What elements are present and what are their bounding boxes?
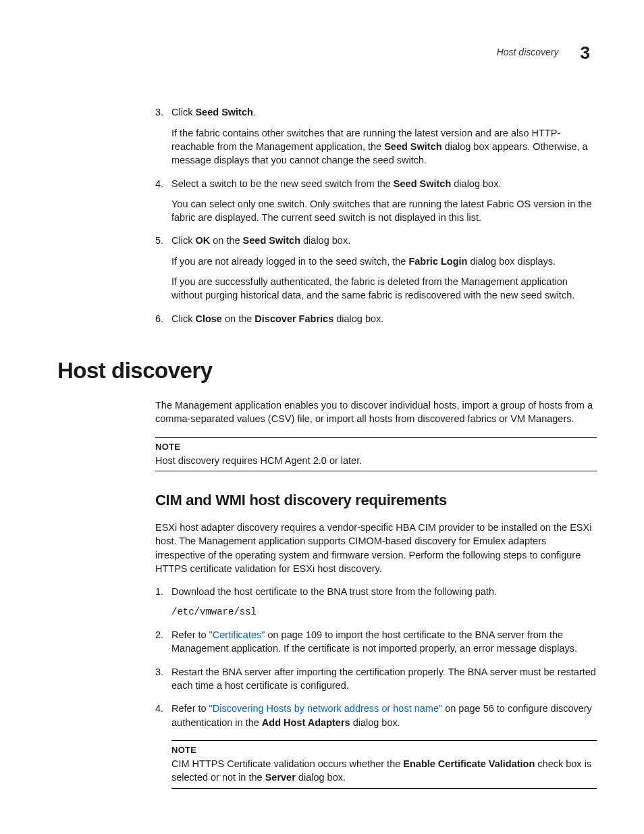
page-header: Host discovery 3 <box>57 41 597 65</box>
text: If you are not already logged in to the … <box>171 256 408 267</box>
cim-step-1: 1. Download the host certificate to the … <box>155 585 597 598</box>
step-text: Refer to "Discovering Hosts by network a… <box>171 702 597 729</box>
note-box-1: NOTE Host discovery requires HCM Agent 2… <box>155 437 597 471</box>
step-number: 6. <box>155 312 171 325</box>
fabric-login-label: Fabric Login <box>408 256 467 267</box>
step-text: Select a switch to be the new seed switc… <box>171 177 597 190</box>
cim-step-2: 2. Refer to "Certificates" on page 109 t… <box>155 628 597 656</box>
text: on the <box>210 235 242 246</box>
text: dialog box. <box>300 235 350 246</box>
cim-step-4: 4. Refer to "Discovering Hosts by networ… <box>155 702 597 729</box>
chapter-number: 3 <box>581 43 590 63</box>
text: Refer to <box>171 703 209 714</box>
seed-switch-label: Seed Switch <box>243 235 300 246</box>
code-path: /etc/vmware/ssl <box>171 606 597 619</box>
step-number: 1. <box>155 585 171 598</box>
step-5: 5. Click OK on the Seed Switch dialog bo… <box>155 234 597 247</box>
server-label: Server <box>265 772 296 783</box>
step-text: Refer to "Certificates" on page 109 to i… <box>171 628 597 656</box>
step-text: Click OK on the Seed Switch dialog box. <box>171 234 597 247</box>
certificates-link[interactable]: "Certificates" <box>209 629 265 640</box>
text: Select a switch to be the new seed switc… <box>171 178 394 189</box>
discover-fabrics-label: Discover Fabrics <box>254 313 333 324</box>
step-3-detail: If the fabric contains other switches th… <box>171 126 597 167</box>
step-number: 4. <box>155 177 171 190</box>
enable-cert-validation-label: Enable Certificate Validation <box>403 758 535 769</box>
note-label: NOTE <box>155 441 597 453</box>
seed-switch-label: Seed Switch <box>384 141 441 152</box>
step-3: 3. Click Seed Switch. <box>155 105 597 119</box>
step-text: Download the host certificate to the BNA… <box>171 585 597 598</box>
cim-intro-paragraph: ESXi host adapter discovery requires a v… <box>155 521 597 575</box>
step-text: Restart the BNA server after importing t… <box>171 665 597 693</box>
text: Click <box>171 107 195 118</box>
step-text: Click Close on the Discover Fabrics dial… <box>171 312 597 325</box>
header-title: Host discovery <box>497 47 559 57</box>
step-text: Click Seed Switch. <box>171 105 597 119</box>
step-5-detail-2: If you are successfully authenticated, t… <box>171 275 597 303</box>
seed-switch-label: Seed Switch <box>195 107 252 118</box>
text: Click <box>171 235 195 246</box>
text: on the <box>222 313 254 324</box>
step-number: 2. <box>155 628 171 656</box>
step-number: 3. <box>155 665 171 693</box>
step-number: 4. <box>155 702 171 729</box>
text: . <box>253 107 256 118</box>
add-host-adapters-label: Add Host Adapters <box>262 717 350 728</box>
note-text: Host discovery requires HCM Agent 2.0 or… <box>155 454 597 467</box>
cim-step-3: 3. Restart the BNA server after importin… <box>155 665 597 693</box>
text: Click <box>171 313 195 324</box>
intro-paragraph: The Management application enables you t… <box>155 398 597 426</box>
text: dialog box displays. <box>467 256 556 267</box>
section-heading-host-discovery: Host discovery <box>57 355 597 386</box>
ok-label: OK <box>195 235 210 246</box>
step-number: 3. <box>155 105 171 119</box>
seed-switch-label: Seed Switch <box>394 178 451 189</box>
step-4: 4. Select a switch to be the new seed sw… <box>155 177 597 190</box>
note-text: CIM HTTPS Certificate validation occurs … <box>171 757 597 785</box>
text: dialog box. <box>451 178 501 189</box>
step-6: 6. Click Close on the Discover Fabrics d… <box>155 312 597 325</box>
step-4-detail: You can select only one switch. Only swi… <box>171 197 597 225</box>
text: dialog box. <box>333 313 383 324</box>
note-label: NOTE <box>171 744 597 756</box>
text: Refer to <box>171 629 209 640</box>
text: dialog box. <box>350 717 400 728</box>
discovering-hosts-link[interactable]: "Discovering Hosts by network address or… <box>209 703 443 714</box>
close-label: Close <box>195 313 222 324</box>
subsection-heading-cim-wmi: CIM and WMI host discovery requirements <box>155 490 597 511</box>
text: dialog box. <box>296 772 346 783</box>
step-number: 5. <box>155 234 171 247</box>
step-5-detail-1: If you are not already logged in to the … <box>171 255 597 268</box>
note-box-2: NOTE CIM HTTPS Certificate validation oc… <box>171 740 597 789</box>
text: CIM HTTPS Certificate validation occurs … <box>171 758 403 769</box>
